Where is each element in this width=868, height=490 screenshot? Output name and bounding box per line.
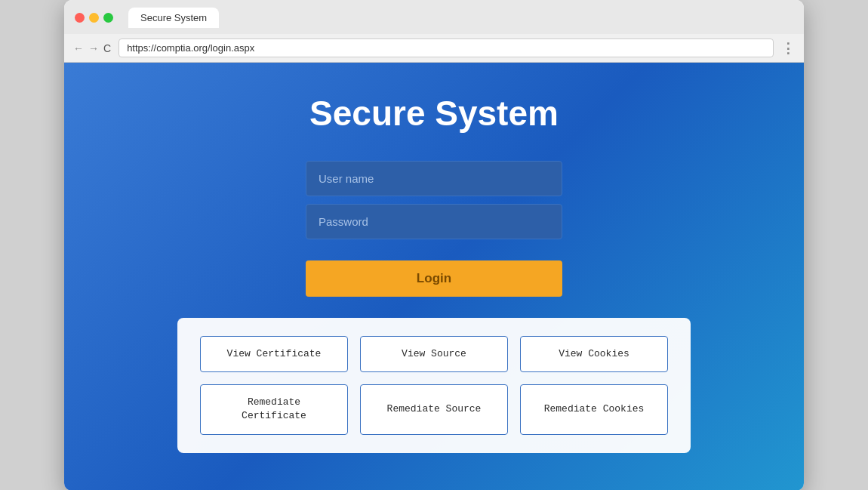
browser-tab[interactable]: Secure System — [128, 8, 219, 28]
minimize-button[interactable] — [89, 13, 99, 23]
title-bar: Secure System — [64, 0, 804, 34]
remediate-cookies-button[interactable]: Remediate Cookies — [520, 384, 668, 434]
view-certificate-button[interactable]: View Certificate — [200, 336, 348, 372]
password-input[interactable] — [306, 204, 562, 239]
address-bar-row: ← → C ⋮ — [64, 34, 804, 63]
action-grid: View Certificate View Source View Cookie… — [200, 336, 668, 435]
browser-window: Secure System ← → C ⋮ Secure System Logi… — [64, 0, 804, 490]
page-title: Secure System — [309, 93, 559, 134]
login-form — [306, 161, 562, 239]
close-button[interactable] — [75, 13, 85, 23]
maximize-button[interactable] — [103, 13, 113, 23]
page-content: Secure System Login View Certificate Vie… — [64, 63, 804, 490]
nav-buttons: ← → C — [73, 42, 111, 54]
back-button[interactable]: ← — [73, 42, 84, 54]
action-panel: View Certificate View Source View Cookie… — [177, 318, 691, 453]
remediate-certificate-button[interactable]: RemediateCertificate — [200, 384, 348, 434]
username-input[interactable] — [306, 161, 562, 196]
view-source-button[interactable]: View Source — [360, 336, 508, 372]
remediate-source-button[interactable]: Remediate Source — [360, 384, 508, 434]
forward-button[interactable]: → — [88, 42, 99, 54]
reload-button[interactable]: C — [103, 42, 111, 54]
view-cookies-button[interactable]: View Cookies — [520, 336, 668, 372]
tab-title: Secure System — [140, 12, 207, 23]
url-bar[interactable] — [119, 39, 774, 57]
more-options-button[interactable]: ⋮ — [781, 40, 795, 57]
traffic-lights — [75, 13, 113, 23]
login-button[interactable]: Login — [306, 260, 562, 297]
